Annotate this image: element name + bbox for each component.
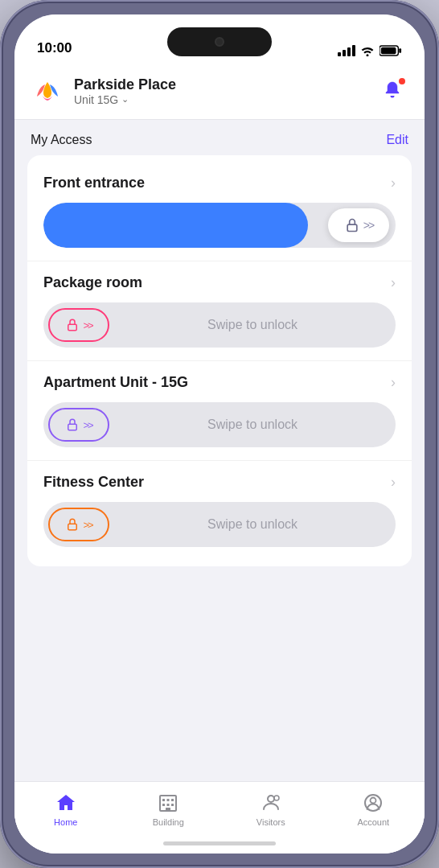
svg-rect-9 xyxy=(162,799,165,801)
tab-building-label: Building xyxy=(153,817,184,827)
svg-rect-13 xyxy=(167,804,170,806)
access-item-package-room: Package room › >> Swipe to u xyxy=(27,261,412,360)
package-room-swipe[interactable]: >> Swipe to unlock xyxy=(43,302,396,348)
battery-icon xyxy=(380,45,402,56)
home-icon xyxy=(55,792,77,814)
lock-icon-orange xyxy=(65,517,80,532)
access-item-header: Front entrance › xyxy=(43,175,396,191)
signal-icon xyxy=(338,45,355,56)
access-name-apartment-unit: Apartment Unit - 15G xyxy=(43,374,188,391)
access-name-front-entrance: Front entrance xyxy=(43,175,145,191)
tab-account[interactable]: Account xyxy=(322,792,425,827)
svg-rect-12 xyxy=(162,804,165,806)
front-entrance-arrow-icon: › xyxy=(391,175,396,191)
section-header: My Access Edit xyxy=(14,120,425,155)
app-header: Parkside Place Unit 15G ⌄ xyxy=(14,63,425,120)
notification-button[interactable] xyxy=(376,75,408,107)
access-card: Front entrance › >> xyxy=(27,155,412,566)
svg-rect-14 xyxy=(171,804,174,806)
svg-rect-15 xyxy=(166,808,170,811)
double-chevron-purple-icon: >> xyxy=(83,419,92,431)
home-indicator xyxy=(163,841,276,845)
camera xyxy=(215,37,224,47)
tab-account-label: Account xyxy=(357,817,389,827)
lock-icon-purple xyxy=(65,418,80,432)
access-item-header: Apartment Unit - 15G › xyxy=(43,374,396,391)
svg-rect-1 xyxy=(399,48,401,53)
account-icon xyxy=(362,792,384,814)
tab-visitors[interactable]: Visitors xyxy=(220,792,322,827)
dynamic-island xyxy=(167,27,272,56)
my-access-title: My Access xyxy=(31,133,92,147)
notification-badge xyxy=(397,76,407,86)
lock-icon xyxy=(344,217,360,233)
status-time: 10:00 xyxy=(37,40,72,56)
unit-label: Unit 15G xyxy=(74,93,118,106)
front-entrance-slider[interactable]: >> xyxy=(43,203,396,248)
unit-chevron-icon: ⌄ xyxy=(121,94,129,105)
tab-home-label: Home xyxy=(54,817,77,827)
tab-home[interactable]: Home xyxy=(14,792,117,827)
svg-rect-10 xyxy=(167,799,170,801)
swipe-label-apartment: Swipe to unlock xyxy=(109,418,396,432)
swipe-thumb-fitness: >> xyxy=(48,508,109,541)
access-name-package-room: Package room xyxy=(43,274,142,291)
svg-rect-6 xyxy=(68,424,77,430)
svg-point-17 xyxy=(274,796,279,800)
swipe-label-package-room: Swipe to unlock xyxy=(109,318,396,332)
access-item-apartment-unit: Apartment Unit - 15G › >> Sw xyxy=(27,360,412,460)
lock-icon-pink xyxy=(65,318,80,332)
access-item-header: Fitness Center › xyxy=(43,474,396,491)
swipe-label-fitness: Swipe to unlock xyxy=(109,517,396,532)
visitors-icon xyxy=(260,792,282,814)
svg-point-19 xyxy=(371,798,376,804)
building-icon xyxy=(157,792,179,814)
access-item-header: Package room › xyxy=(43,274,396,291)
content-scroll[interactable]: My Access Edit Front entrance › xyxy=(14,120,425,781)
swipe-thumb-apartment: >> xyxy=(48,408,109,442)
property-name: Parkside Place xyxy=(74,76,176,93)
access-item-front-entrance: Front entrance › >> xyxy=(27,162,412,261)
svg-point-16 xyxy=(268,796,274,802)
tab-visitors-label: Visitors xyxy=(256,817,285,827)
svg-rect-7 xyxy=(68,524,77,530)
slider-fill xyxy=(43,203,308,248)
access-name-fitness-center: Fitness Center xyxy=(43,474,144,491)
unit-selector[interactable]: Unit 15G ⌄ xyxy=(74,93,176,106)
fitness-center-swipe[interactable]: >> Swipe to unlock xyxy=(43,502,396,547)
swipe-thumb-package-room: >> xyxy=(48,308,109,342)
tab-building[interactable]: Building xyxy=(117,792,220,827)
app-logo xyxy=(31,74,64,108)
access-item-fitness-center: Fitness Center › >> Swipe to xyxy=(27,460,412,560)
package-room-arrow-icon: › xyxy=(391,274,396,291)
screen-content: Parkside Place Unit 15G ⌄ xyxy=(14,63,425,854)
apartment-unit-arrow-icon: › xyxy=(391,374,396,391)
double-chevron-pink-icon: >> xyxy=(83,319,92,331)
status-icons xyxy=(338,45,402,56)
wifi-icon xyxy=(360,45,375,56)
slider-thumb: >> xyxy=(328,208,389,242)
header-text-group: Parkside Place Unit 15G ⌄ xyxy=(74,76,176,106)
svg-rect-2 xyxy=(381,47,396,54)
svg-rect-5 xyxy=(68,324,77,331)
phone-screen: 10:00 xyxy=(14,14,425,854)
svg-rect-11 xyxy=(171,799,174,801)
double-chevron-icon: >> xyxy=(363,219,373,232)
double-chevron-orange-icon: >> xyxy=(83,519,92,531)
edit-button[interactable]: Edit xyxy=(386,133,408,147)
phone-frame: 10:00 xyxy=(0,0,439,868)
apartment-unit-swipe[interactable]: >> Swipe to unlock xyxy=(43,402,396,447)
svg-rect-4 xyxy=(347,224,357,231)
fitness-center-arrow-icon: › xyxy=(391,474,396,491)
header-left: Parkside Place Unit 15G ⌄ xyxy=(31,74,176,108)
